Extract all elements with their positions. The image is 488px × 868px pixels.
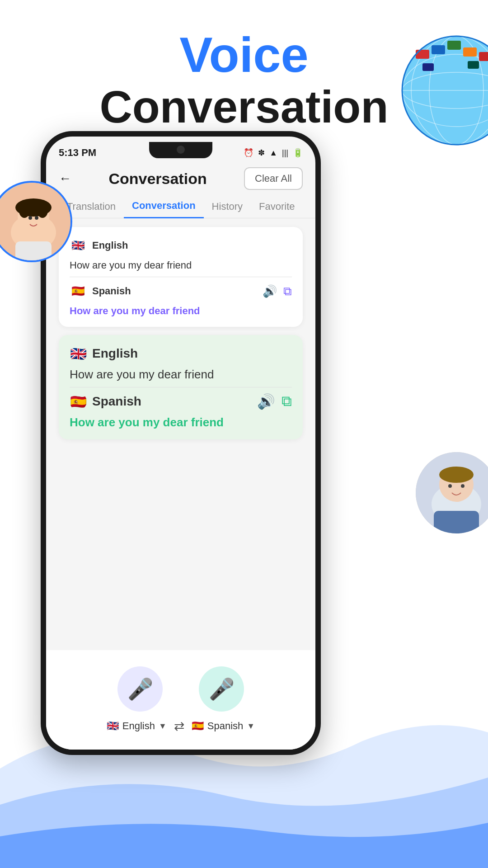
mic-icon-2: 🎤 — [209, 677, 235, 701]
tab-conversation[interactable]: Conversation — [124, 194, 204, 218]
svg-rect-13 — [468, 61, 479, 69]
lang1-flag: 🇬🇧 — [107, 720, 119, 732]
action-icons-2: 🔊 ⧉ — [257, 393, 292, 410]
avatar-man — [416, 452, 488, 533]
status-time: 5:13 PM — [59, 147, 96, 159]
target-lang-row-1: 🇪🇸 Spanish 🔊 ⧉ — [70, 283, 292, 300]
clear-all-button[interactable]: Clear All — [244, 167, 303, 190]
source-lang-name-2: English — [92, 346, 138, 361]
swap-languages-icon[interactable]: ⇄ — [174, 719, 184, 734]
source-lang-name-1: English — [92, 240, 128, 251]
phone-notch — [149, 142, 212, 158]
svg-point-27 — [439, 467, 474, 483]
mic-button-1[interactable]: 🎤 — [117, 666, 163, 712]
globe-decoration — [389, 23, 488, 158]
divider-2 — [70, 387, 292, 387]
svg-rect-10 — [463, 47, 477, 57]
back-button[interactable]: ← — [59, 171, 71, 186]
bottom-bar: 🎤 🎤 🇬🇧 English ▼ ⇄ 🇪🇸 Spanish ▼ — [46, 650, 315, 750]
tab-favorite[interactable]: Favorite — [251, 195, 303, 218]
chat-area: 🇬🇧 English How are you my dear friend 🇪🇸… — [46, 218, 315, 659]
message-card-2: 🇬🇧 English How are you my dear friend 🇪🇸… — [59, 335, 303, 439]
svg-rect-8 — [432, 45, 445, 54]
lang-selector-1[interactable]: 🇬🇧 English ▼ — [107, 720, 167, 732]
svg-rect-11 — [479, 52, 488, 61]
svg-point-21 — [28, 216, 32, 220]
app-header-title: Conversation — [108, 170, 206, 188]
divider-1 — [70, 277, 292, 277]
alarm-icon: ⏰ — [244, 148, 253, 158]
speaker-icon-1[interactable]: 🔊 — [263, 284, 277, 298]
source-text-2: How are you my dear friend — [70, 368, 292, 382]
battery-icon: 🔋 — [293, 148, 303, 158]
target-text-1: How are you my dear friend — [70, 305, 292, 317]
mic-icon-1: 🎤 — [127, 677, 153, 701]
svg-point-20 — [37, 203, 48, 218]
lang2-label: Spanish — [207, 720, 244, 732]
target-lang-row-2: 🇪🇸 Spanish 🔊 ⧉ — [70, 393, 292, 410]
source-text-1: How are you my dear friend — [70, 259, 292, 271]
svg-point-28 — [448, 484, 452, 488]
svg-rect-12 — [422, 63, 434, 71]
speaker-icon-2[interactable]: 🔊 — [257, 393, 275, 410]
copy-icon-1[interactable]: ⧉ — [283, 284, 292, 298]
tab-history[interactable]: History — [204, 195, 251, 218]
camera-notch — [177, 146, 185, 154]
wifi-icon: ▲ — [269, 148, 277, 158]
svg-point-29 — [461, 484, 465, 488]
mic-button-2[interactable]: 🎤 — [199, 666, 244, 712]
app-header: ← Conversation Clear All — [59, 167, 303, 190]
svg-point-22 — [35, 216, 38, 220]
lang1-dropdown-icon: ▼ — [159, 722, 167, 731]
lang2-flag: 🇪🇸 — [192, 720, 204, 732]
english-flag-1: 🇬🇧 — [70, 237, 87, 254]
message-card-1: 🇬🇧 English How are you my dear friend 🇪🇸… — [59, 227, 303, 327]
phone-screen: 5:13 PM ⏰ ✽ ▲ ||| 🔋 ← Conversation Clear… — [46, 137, 315, 750]
lang1-label: English — [122, 720, 155, 732]
target-text-2: How are you my dear friend — [70, 415, 292, 429]
target-lang-name-2: Spanish — [92, 394, 141, 409]
copy-icon-2[interactable]: ⧉ — [282, 393, 292, 410]
english-flag-2: 🇬🇧 — [70, 345, 87, 362]
svg-rect-23 — [15, 241, 52, 262]
svg-point-19 — [19, 203, 30, 218]
lang-selector-row: 🇬🇧 English ▼ ⇄ 🇪🇸 Spanish ▼ — [107, 719, 255, 734]
source-lang-row-2: 🇬🇧 English — [70, 345, 292, 362]
source-lang-row-1: 🇬🇧 English — [70, 237, 292, 254]
spanish-flag-1: 🇪🇸 — [70, 283, 87, 300]
svg-rect-7 — [416, 50, 429, 59]
status-icons: ⏰ ✽ ▲ ||| 🔋 — [244, 148, 303, 158]
signal-icon: ||| — [282, 148, 288, 158]
lang2-dropdown-icon: ▼ — [247, 722, 255, 731]
action-icons-1: 🔊 ⧉ — [263, 284, 292, 298]
svg-rect-9 — [447, 41, 461, 50]
tabs-bar: Translation Conversation History Favorit… — [46, 194, 315, 218]
mic-row: 🎤 🎤 — [117, 666, 244, 712]
phone-mockup: 5:13 PM ⏰ ✽ ▲ ||| 🔋 ← Conversation Clear… — [41, 131, 321, 755]
svg-rect-30 — [434, 511, 479, 533]
target-lang-name-1: Spanish — [92, 285, 131, 297]
spanish-flag-2: 🇪🇸 — [70, 393, 87, 410]
lang-selector-2[interactable]: 🇪🇸 Spanish ▼ — [192, 720, 255, 732]
bluetooth-icon: ✽ — [258, 148, 265, 158]
